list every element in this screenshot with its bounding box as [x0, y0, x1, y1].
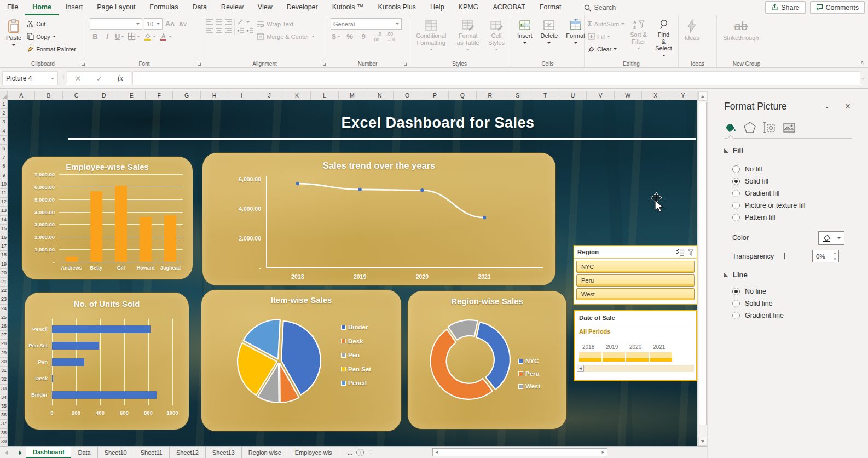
row-header-30[interactable]: 30 [0, 358, 8, 367]
column-header-M[interactable]: M [339, 91, 366, 100]
ribbon-tab-format[interactable]: Format [533, 0, 569, 15]
number-dialog-launcher[interactable] [402, 61, 406, 65]
column-header-E[interactable]: E [118, 91, 146, 100]
fill-color-button[interactable] [142, 31, 157, 42]
alignment-dialog-launcher[interactable] [321, 61, 325, 65]
chart-units-sold[interactable]: No. of Units Sold02004006008001000Pencil… [25, 293, 189, 430]
slicer-item-nyc[interactable]: NYC [576, 261, 695, 273]
row-header-7[interactable]: 7 [0, 153, 8, 162]
align-middle-icon[interactable] [215, 19, 223, 25]
sort-filter-button[interactable]: AZ Sort & Filter [627, 18, 650, 58]
tab-effects[interactable] [743, 121, 757, 135]
insert-cells-button[interactable]: Insert [514, 18, 535, 58]
row-header-20[interactable]: 20 [0, 269, 8, 278]
ribbon-tab-page-layout[interactable]: Page Layout [90, 0, 142, 15]
sheet-tab-sheet12[interactable]: Sheet12 [170, 447, 206, 458]
ribbon-tab-data[interactable]: Data [185, 0, 213, 15]
multi-select-icon[interactable] [676, 249, 685, 256]
row-header-25[interactable]: 25 [0, 313, 8, 322]
fill-option-no-fill[interactable]: No fill [732, 164, 762, 174]
select-all-corner[interactable] [0, 91, 8, 100]
column-header-K[interactable]: K [283, 91, 311, 100]
chart-employee-wise-sales[interactable]: Employee-wise Sales7,000.006,000.005,000… [22, 157, 193, 279]
column-header-Q[interactable]: Q [449, 91, 476, 100]
align-left-icon[interactable] [206, 27, 213, 34]
formula-input[interactable] [132, 71, 860, 85]
column-header-D[interactable]: D [90, 91, 118, 100]
ideas-button[interactable]: Ideas [682, 18, 702, 58]
fill-radio[interactable] [732, 214, 740, 221]
timeline-bar-2018[interactable] [579, 352, 602, 358]
column-header-W[interactable]: W [615, 91, 642, 100]
row-header-28[interactable]: 28 [0, 340, 8, 348]
tab-picture[interactable] [782, 121, 796, 135]
fill-section-header[interactable]: Fill [724, 146, 743, 154]
transparency-spinner[interactable]: ▲▼ [831, 250, 838, 262]
tab-size-properties[interactable] [762, 121, 777, 135]
column-header-U[interactable]: U [559, 91, 587, 100]
row-header-15[interactable]: 15 [0, 225, 8, 233]
strikethrough-button[interactable]: ab Strikethrough [720, 18, 761, 58]
row-header-10[interactable]: 10 [0, 180, 8, 189]
column-header-X[interactable]: X [642, 91, 669, 100]
ribbon-tab-file[interactable]: File [0, 0, 25, 15]
row-header-32[interactable]: 32 [0, 375, 8, 384]
format-painter-button[interactable]: Format Painter [27, 43, 76, 55]
horizontal-scroll-thumb[interactable] [441, 449, 599, 456]
ribbon-tab-insert[interactable]: Insert [59, 0, 90, 15]
italic-button[interactable]: I [102, 31, 113, 42]
horizontal-scrollbar[interactable]: ◄ ► [432, 448, 607, 456]
timeline-scroll-left-icon[interactable]: ◄ [577, 365, 584, 372]
font-name-combo[interactable] [90, 18, 142, 30]
scroll-right-icon[interactable]: ► [599, 449, 607, 456]
orientation-icon[interactable] [237, 19, 245, 25]
sheet-tabs-ellipsis[interactable]: ... [348, 449, 352, 456]
borders-button[interactable] [126, 31, 141, 42]
column-header-I[interactable]: I [228, 91, 256, 100]
align-bottom-icon[interactable] [224, 19, 232, 25]
column-header-H[interactable]: H [201, 91, 228, 100]
fill-color-picker-button[interactable] [818, 231, 844, 245]
column-header-V[interactable]: V [587, 91, 614, 100]
decrease-indent-icon[interactable] [237, 27, 245, 34]
clear-filter-icon[interactable] [688, 249, 693, 256]
line-radio[interactable] [732, 300, 740, 307]
fill-option-picture-or-texture-fill[interactable]: Picture or texture fill [732, 201, 805, 210]
paste-button[interactable]: Paste [3, 18, 24, 58]
column-header-C[interactable]: C [63, 91, 90, 100]
pane-options-dropdown[interactable] [825, 107, 829, 110]
column-header-R[interactable]: R [477, 91, 504, 100]
row-header-11[interactable]: 11 [0, 189, 8, 198]
wrap-text-button[interactable]: Wrap Text [257, 18, 315, 30]
transparency-slider-handle[interactable] [784, 253, 785, 259]
clipboard-dialog-launcher[interactable] [80, 61, 84, 65]
format-as-table-button[interactable]: Format as Table [453, 18, 483, 58]
new-sheet-button[interactable]: + [356, 449, 364, 456]
ribbon-tab-developer[interactable]: Developer [280, 0, 325, 15]
slicer-item-peru[interactable]: Peru [576, 274, 695, 287]
sheet-tab-data[interactable]: Data [71, 447, 97, 458]
row-header-9[interactable]: 9 [0, 171, 8, 180]
row-header-23[interactable]: 23 [0, 295, 8, 304]
line-option-solid-line[interactable]: Solid line [732, 299, 773, 308]
row-header-38[interactable]: 38 [0, 429, 8, 438]
date-timeline[interactable]: Date of Sale All Periods 201820192020202… [574, 310, 697, 381]
transparency-input[interactable]: 0% ▲▼ [812, 250, 839, 262]
dashboard-picture[interactable]: Excel Dashboard for Sales Employee-wise … [8, 100, 697, 446]
bold-button[interactable]: B [90, 31, 101, 42]
row-header-24[interactable]: 24 [0, 305, 8, 313]
row-header-39[interactable]: 39 [0, 438, 8, 446]
row-header-33[interactable]: 33 [0, 385, 8, 393]
row-header-18[interactable]: 18 [0, 251, 8, 260]
ribbon-tab-kpmg[interactable]: KPMG [452, 0, 486, 15]
decrease-font-button[interactable]: A˅ [177, 18, 188, 30]
row-header-2[interactable]: 2 [0, 109, 8, 118]
fill-button[interactable]: Fill [588, 31, 624, 42]
merge-center-button[interactable]: Merge & Center [257, 31, 315, 42]
currency-button[interactable]: $ [331, 31, 342, 42]
increase-indent-icon[interactable] [246, 27, 254, 34]
column-header-B[interactable]: B [35, 91, 62, 100]
align-center-icon[interactable] [215, 27, 223, 34]
timeline-scrollbar[interactable]: ◄ [577, 365, 694, 372]
percent-button[interactable]: % [344, 31, 355, 42]
